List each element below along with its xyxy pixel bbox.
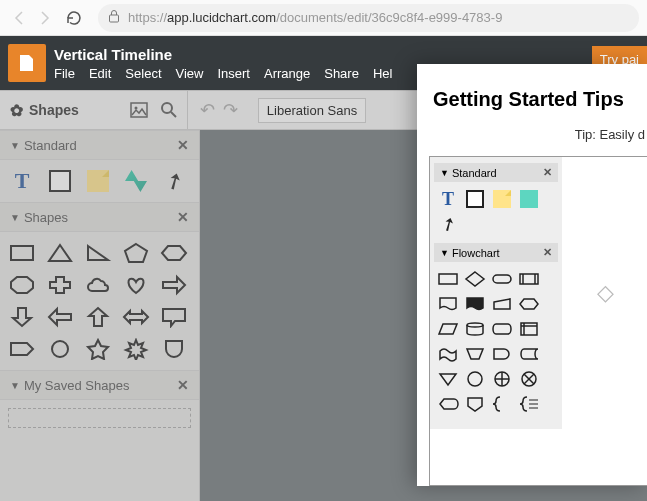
hotspot-shape[interactable] — [120, 168, 152, 194]
redo-button[interactable]: ↷ — [223, 99, 238, 121]
circle-shape[interactable] — [44, 336, 76, 362]
svg-rect-7 — [439, 274, 457, 284]
block-shape[interactable] — [44, 168, 76, 194]
close-icon[interactable]: ✕ — [177, 377, 189, 393]
preparation-shape[interactable] — [517, 293, 541, 315]
offpage-shape[interactable] — [463, 393, 487, 415]
right-arrow-shape[interactable] — [158, 272, 190, 298]
undo-button[interactable]: ↶ — [200, 99, 215, 121]
direct-data-shape[interactable] — [490, 318, 514, 340]
process-shape[interactable] — [436, 268, 460, 290]
paper-tape-shape[interactable] — [436, 343, 460, 365]
forward-button[interactable] — [32, 6, 56, 30]
close-icon[interactable]: ✕ — [543, 246, 552, 259]
preview-standard-header[interactable]: ▼ Standard ✕ — [434, 163, 558, 182]
cloud-shape[interactable] — [82, 272, 114, 298]
menu-select[interactable]: Select — [125, 66, 161, 81]
text-shape[interactable]: T — [436, 188, 460, 210]
menu-edit[interactable]: Edit — [89, 66, 111, 81]
tips-subtitle: Tip: Easily d — [429, 127, 647, 142]
preview-flowchart-label: Flowchart — [452, 247, 500, 259]
menu-insert[interactable]: Insert — [217, 66, 250, 81]
connector-shape[interactable] — [463, 368, 487, 390]
callout-shape[interactable] — [158, 304, 190, 330]
close-icon[interactable]: ✕ — [543, 166, 552, 179]
data-shape[interactable] — [436, 318, 460, 340]
standard-shapes-grid: T ➚ — [0, 160, 199, 202]
stored-data-shape[interactable] — [517, 343, 541, 365]
database-shape[interactable] — [463, 318, 487, 340]
terminator-shape[interactable] — [490, 268, 514, 290]
chevron-down-icon: ▼ — [10, 212, 20, 223]
menu-file[interactable]: File — [54, 66, 75, 81]
reload-button[interactable] — [62, 6, 86, 30]
manual-op-shape[interactable] — [463, 343, 487, 365]
summing-shape[interactable] — [517, 368, 541, 390]
section-shapes-label: Shapes — [24, 210, 68, 225]
line-shape[interactable]: ➚ — [436, 213, 460, 235]
text-shape[interactable]: T — [6, 168, 38, 194]
star-shape[interactable] — [82, 336, 114, 362]
hexagon-shape[interactable] — [158, 240, 190, 266]
line-shape[interactable]: ➚ — [158, 168, 190, 194]
display-shape[interactable] — [436, 393, 460, 415]
octagon-shape[interactable] — [6, 272, 38, 298]
document-shape[interactable] — [436, 293, 460, 315]
section-shapes-header[interactable]: ▼ Shapes ✕ — [0, 202, 199, 232]
rectangle-shape[interactable] — [6, 240, 38, 266]
note-brace-shape[interactable] — [517, 393, 541, 415]
brace-shape[interactable] — [490, 393, 514, 415]
document-icon[interactable] — [8, 44, 46, 82]
triangle-shape[interactable] — [44, 240, 76, 266]
close-icon[interactable]: ✕ — [177, 137, 189, 153]
section-standard-label: Standard — [24, 138, 77, 153]
menu-arrange[interactable]: Arrange — [264, 66, 310, 81]
note-shape[interactable] — [82, 168, 114, 194]
right-triangle-shape[interactable] — [82, 240, 114, 266]
heart-shape[interactable] — [120, 272, 152, 298]
saved-dropzone[interactable] — [8, 408, 191, 428]
document-title[interactable]: Vertical Timeline — [54, 46, 392, 63]
svg-rect-0 — [110, 15, 119, 22]
merge-shape[interactable] — [436, 368, 460, 390]
menu-help[interactable]: Hel — [373, 66, 393, 81]
pentagon-arrow-shape[interactable] — [6, 336, 38, 362]
shapes-panel-button[interactable]: ✿ Shapes — [0, 101, 89, 120]
internal-storage-shape[interactable] — [517, 318, 541, 340]
delay-shape[interactable] — [490, 343, 514, 365]
double-arrow-shape[interactable] — [120, 304, 152, 330]
shield-shape[interactable] — [158, 336, 190, 362]
back-button[interactable] — [8, 6, 32, 30]
menu-share[interactable]: Share — [324, 66, 359, 81]
svg-rect-1 — [131, 103, 147, 117]
font-select[interactable]: Liberation Sans — [258, 98, 366, 123]
image-icon[interactable] — [129, 100, 149, 120]
manual-input-shape[interactable] — [490, 293, 514, 315]
search-icon[interactable] — [159, 100, 179, 120]
svg-point-16 — [468, 372, 482, 386]
note-shape[interactable] — [490, 188, 514, 210]
section-saved-header[interactable]: ▼ My Saved Shapes ✕ — [0, 370, 199, 400]
pentagon-shape[interactable] — [120, 240, 152, 266]
close-icon[interactable]: ✕ — [177, 209, 189, 225]
left-arrow-shape[interactable] — [44, 304, 76, 330]
or-shape[interactable] — [490, 368, 514, 390]
svg-line-4 — [171, 112, 176, 117]
url-path: /documents/edit/36c9c8f4-e999-4783-9 — [276, 10, 502, 25]
predefined-shape[interactable] — [517, 268, 541, 290]
url-protocol: https:// — [128, 10, 167, 25]
hotspot-shape[interactable] — [517, 188, 541, 210]
polystar-shape[interactable] — [120, 336, 152, 362]
section-standard-header[interactable]: ▼ Standard ✕ — [0, 130, 199, 160]
down-arrow-shape[interactable] — [6, 304, 38, 330]
cross-shape[interactable] — [44, 272, 76, 298]
address-bar[interactable]: https:// app.lucidchart.com /documents/e… — [98, 4, 639, 32]
menu-view[interactable]: View — [176, 66, 204, 81]
preview-flowchart-header[interactable]: ▼ Flowchart ✕ — [434, 243, 558, 262]
multidoc-shape[interactable] — [463, 293, 487, 315]
preview-canvas: ◇ — [562, 157, 647, 429]
up-arrow-shape[interactable] — [82, 304, 114, 330]
chevron-down-icon: ▼ — [10, 380, 20, 391]
block-shape[interactable] — [463, 188, 487, 210]
decision-shape[interactable] — [463, 268, 487, 290]
